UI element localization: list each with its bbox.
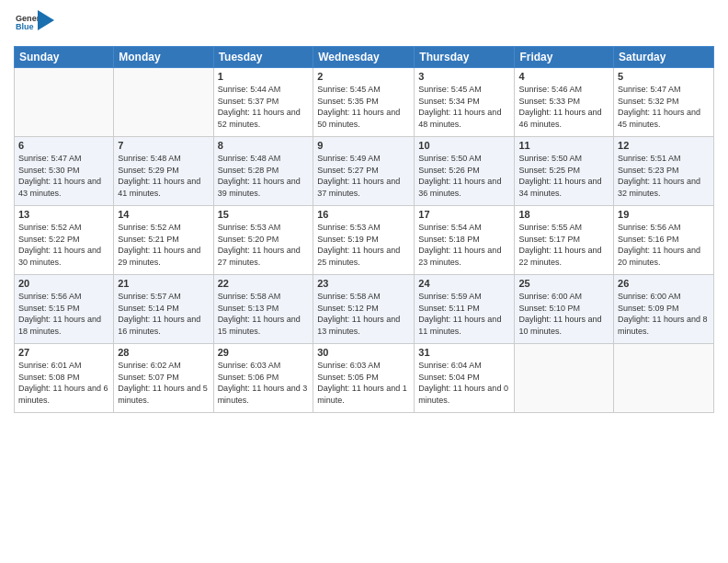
day-info-line: Sunset: 5:14 PM [118, 303, 209, 315]
weekday-header: Thursday [415, 47, 515, 68]
day-info-line: Sunset: 5:11 PM [418, 303, 510, 315]
day-info-line: Sunset: 5:04 PM [418, 372, 510, 384]
svg-marker-3 [38, 10, 54, 30]
day-info-line: Sunset: 5:26 PM [418, 165, 510, 177]
calendar-cell: 20Sunrise: 5:56 AMSunset: 5:15 PMDayligh… [15, 275, 114, 344]
weekday-header: Sunday [15, 47, 114, 68]
day-number: 19 [618, 209, 710, 220]
calendar-cell: 13Sunrise: 5:52 AMSunset: 5:22 PMDayligh… [15, 206, 114, 275]
day-info-line: Sunset: 5:27 PM [317, 165, 410, 177]
day-info-line: Sunrise: 5:47 AM [18, 153, 109, 165]
day-info-line: Daylight: 11 hours and 48 minutes. [418, 107, 510, 130]
day-number: 9 [317, 140, 410, 151]
header: General Blue [14, 9, 714, 39]
calendar-cell: 6Sunrise: 5:47 AMSunset: 5:30 PMDaylight… [15, 137, 114, 206]
day-number: 13 [18, 209, 109, 220]
day-number: 3 [418, 71, 510, 82]
day-info-line: Daylight: 11 hours and 52 minutes. [218, 107, 310, 130]
day-info-line: Sunset: 5:08 PM [18, 372, 109, 384]
day-info-line: Daylight: 11 hours and 50 minutes. [317, 107, 410, 130]
calendar-cell: 2Sunrise: 5:45 AMSunset: 5:35 PMDaylight… [313, 68, 415, 137]
calendar-cell: 21Sunrise: 5:57 AMSunset: 5:14 PMDayligh… [114, 275, 213, 344]
calendar-cell: 18Sunrise: 5:55 AMSunset: 5:17 PMDayligh… [515, 206, 614, 275]
day-number: 15 [218, 209, 310, 220]
day-info-line: Sunrise: 5:49 AM [317, 153, 410, 165]
day-info-line: Sunrise: 5:46 AM [518, 84, 609, 96]
day-info-line: Sunset: 5:06 PM [218, 372, 310, 384]
day-info-line: Sunset: 5:07 PM [118, 372, 209, 384]
svg-text:Blue: Blue [16, 22, 34, 31]
day-info-line: Sunrise: 6:01 AM [18, 360, 109, 372]
day-info-line: Daylight: 11 hours and 22 minutes. [518, 245, 609, 268]
day-info-line: Daylight: 11 hours and 10 minutes. [518, 314, 609, 337]
day-info-line: Sunset: 5:21 PM [118, 234, 209, 246]
calendar-cell: 10Sunrise: 5:50 AMSunset: 5:26 PMDayligh… [415, 137, 515, 206]
calendar-week-row: 1Sunrise: 5:44 AMSunset: 5:37 PMDaylight… [15, 68, 714, 137]
day-number: 26 [618, 278, 710, 289]
weekday-header: Monday [114, 47, 213, 68]
day-number: 18 [518, 209, 609, 220]
calendar-cell [114, 68, 213, 137]
calendar-cell: 3Sunrise: 5:45 AMSunset: 5:34 PMDaylight… [415, 68, 515, 137]
day-number: 10 [418, 140, 510, 151]
calendar-header-row: SundayMondayTuesdayWednesdayThursdayFrid… [15, 47, 714, 68]
logo: General Blue [14, 9, 54, 39]
day-number: 21 [118, 278, 209, 289]
day-info-line: Sunrise: 5:51 AM [618, 153, 710, 165]
day-info-line: Daylight: 11 hours and 32 minutes. [618, 176, 710, 199]
calendar-cell: 15Sunrise: 5:53 AMSunset: 5:20 PMDayligh… [213, 206, 313, 275]
day-info-line: Daylight: 11 hours and 41 minutes. [118, 176, 209, 199]
day-info-line: Daylight: 11 hours and 6 minutes. [18, 383, 109, 406]
day-info-line: Daylight: 11 hours and 8 minutes. [618, 314, 710, 337]
day-info-line: Daylight: 11 hours and 39 minutes. [218, 176, 310, 199]
calendar-cell: 1Sunrise: 5:44 AMSunset: 5:37 PMDaylight… [213, 68, 313, 137]
calendar-cell [15, 68, 114, 137]
calendar-cell: 9Sunrise: 5:49 AMSunset: 5:27 PMDaylight… [313, 137, 415, 206]
day-info-line: Daylight: 11 hours and 1 minute. [317, 383, 410, 406]
calendar-cell: 31Sunrise: 6:04 AMSunset: 5:04 PMDayligh… [415, 344, 515, 413]
day-info-line: Sunrise: 6:04 AM [418, 360, 510, 372]
day-info-line: Sunset: 5:37 PM [218, 96, 310, 108]
day-number: 30 [317, 347, 410, 358]
day-info-line: Daylight: 11 hours and 11 minutes. [418, 314, 510, 337]
calendar-cell: 4Sunrise: 5:46 AMSunset: 5:33 PMDaylight… [515, 68, 614, 137]
day-info-line: Sunrise: 5:52 AM [18, 222, 109, 234]
day-info-line: Sunset: 5:17 PM [518, 234, 609, 246]
calendar-cell: 22Sunrise: 5:58 AMSunset: 5:13 PMDayligh… [213, 275, 313, 344]
day-number: 8 [218, 140, 310, 151]
day-info-line: Daylight: 11 hours and 16 minutes. [118, 314, 209, 337]
day-info-line: Sunrise: 5:58 AM [317, 291, 410, 303]
day-info-line: Daylight: 11 hours and 43 minutes. [18, 176, 109, 199]
weekday-header: Saturday [614, 47, 714, 68]
day-info-line: Sunrise: 5:56 AM [618, 222, 710, 234]
day-info-line: Daylight: 11 hours and 15 minutes. [218, 314, 310, 337]
day-info-line: Sunrise: 5:56 AM [18, 291, 109, 303]
calendar-week-row: 13Sunrise: 5:52 AMSunset: 5:22 PMDayligh… [15, 206, 714, 275]
day-info-line: Sunrise: 6:02 AM [118, 360, 209, 372]
day-info-line: Daylight: 11 hours and 13 minutes. [317, 314, 410, 337]
calendar-week-row: 6Sunrise: 5:47 AMSunset: 5:30 PMDaylight… [15, 137, 714, 206]
calendar: SundayMondayTuesdayWednesdayThursdayFrid… [14, 46, 714, 413]
calendar-cell: 25Sunrise: 6:00 AMSunset: 5:10 PMDayligh… [515, 275, 614, 344]
day-info-line: Sunrise: 5:48 AM [118, 153, 209, 165]
day-info-line: Sunset: 5:34 PM [418, 96, 510, 108]
day-info-line: Sunrise: 5:50 AM [418, 153, 510, 165]
day-number: 25 [518, 278, 609, 289]
day-info-line: Daylight: 11 hours and 20 minutes. [618, 245, 710, 268]
calendar-cell: 23Sunrise: 5:58 AMSunset: 5:12 PMDayligh… [313, 275, 415, 344]
day-number: 22 [218, 278, 310, 289]
day-info-line: Sunset: 5:10 PM [518, 303, 609, 315]
calendar-cell: 19Sunrise: 5:56 AMSunset: 5:16 PMDayligh… [614, 206, 714, 275]
day-number: 24 [418, 278, 510, 289]
day-number: 1 [218, 71, 310, 82]
day-info-line: Sunset: 5:13 PM [218, 303, 310, 315]
day-number: 29 [218, 347, 310, 358]
day-number: 5 [618, 71, 710, 82]
calendar-cell: 11Sunrise: 5:50 AMSunset: 5:25 PMDayligh… [515, 137, 614, 206]
day-info-line: Daylight: 11 hours and 46 minutes. [518, 107, 609, 130]
day-number: 12 [618, 140, 710, 151]
day-info-line: Daylight: 11 hours and 3 minutes. [218, 383, 310, 406]
day-info-line: Daylight: 11 hours and 5 minutes. [118, 383, 209, 406]
day-info-line: Sunrise: 5:54 AM [418, 222, 510, 234]
day-number: 16 [317, 209, 410, 220]
